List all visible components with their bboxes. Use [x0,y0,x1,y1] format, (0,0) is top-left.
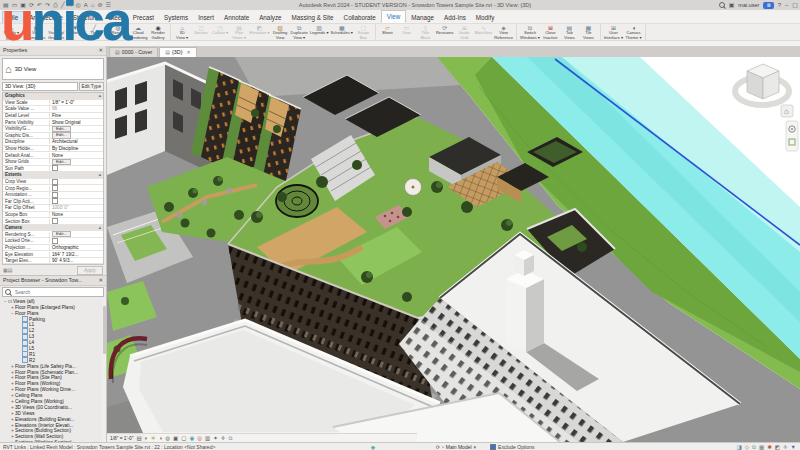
maximize-button[interactable]: ▢ [792,1,798,9]
plan-views-button[interactable]: ▤Plan Views ▾ [230,25,249,40]
help-button[interactable]: ? [778,1,781,9]
ribbon-tab-view[interactable]: View [381,10,407,23]
canvas-theme-button[interactable]: ◑Canvas Theme ▾ [624,25,643,40]
callout-button[interactable]: ◳Callout ▾ [211,25,230,40]
property-value[interactable]: 1000' 0" [50,205,103,210]
ribbon-tab-manage[interactable]: Manage [406,12,439,23]
scrollbar-thumb[interactable] [103,306,106,354]
property-value[interactable]: 164' 7 19/2... [50,252,103,257]
checkbox[interactable] [52,192,58,198]
shadows-icon[interactable]: ◑ [159,435,162,442]
default-3d-view-icon[interactable]: ⌂ [91,1,95,9]
workspaces-badge[interactable]: ≣ [763,2,773,9]
property-section-graphics[interactable]: Graphics▴ [3,93,103,100]
visibility-graphics-button[interactable]: ◉Visibility/ Graphics [47,25,66,40]
matchline-button[interactable]: ∿Matchline [474,25,494,40]
property-value[interactable]: None [50,212,103,217]
print-icon[interactable]: ⎙ [53,1,58,9]
crop-view-icon[interactable]: ▣ [173,435,178,442]
view-templates-button[interactable]: ▣View Templates [26,25,47,40]
account-user[interactable]: mai.user [738,2,759,8]
property-value[interactable]: 1/8" = 1'-0" [50,100,103,105]
apply-button[interactable]: Apply [77,266,103,275]
checkbox[interactable] [52,179,58,185]
reveal-hidden-elements-icon[interactable]: ◎ [197,435,202,442]
minimize-button[interactable]: – [785,1,788,9]
drafting-view-button[interactable]: ▧Drafting View [271,25,290,40]
sheet-button[interactable]: ▱Sheet [378,25,397,40]
edit-button[interactable]: Edit... [52,159,71,165]
property-value[interactable]: Orthographic [50,245,103,250]
legends-button[interactable]: ▥Legends ▾ [309,25,330,40]
text-icon[interactable]: A [84,1,88,9]
aligned-dimension-icon[interactable]: ⇱ [68,1,73,9]
select-by-face-toggle-icon[interactable]: ◩ [775,444,780,450]
property-value[interactable]: Show Original [50,120,103,125]
collapse-icon[interactable]: ▴ [99,225,103,230]
redo-icon[interactable]: ↷ [45,1,50,9]
ribbon-tab-architecture[interactable]: Architecture [24,12,68,23]
project-browser-header[interactable]: Project Browser - Snowdon Tow... ✕ [0,276,106,286]
tag-by-category-icon[interactable]: ◎ [76,1,81,9]
temporary-hide-isolate-icon[interactable]: ◉ [189,435,194,442]
search-input[interactable] [13,289,97,296]
undo-icon[interactable]: ↶ [37,1,42,9]
tile-views-button[interactable]: ▦Tile Views [579,25,598,40]
scope-box-button[interactable]: ▢Scope Box [354,25,373,40]
navigation-bar[interactable] [786,121,798,151]
edit-button[interactable]: Edit... [52,132,71,138]
filters-button[interactable]: ▼Filters [66,25,85,40]
close-inactive-button[interactable]: ⊠Close Inactive [541,25,560,40]
instance-selector-dropdown[interactable]: 3D View: {3D} [2,82,78,91]
background-processes-icon[interactable]: ❖ [370,444,375,450]
render-gallery-button[interactable]: ◉Render Gallery [149,25,168,40]
measure-icon[interactable]: ╱ [61,1,65,9]
switch-windows-button[interactable]: ⧉Switch Windows ▾ [519,25,541,40]
open-icon[interactable]: ▭ [12,1,18,9]
checkbox[interactable] [52,198,58,204]
close-icon[interactable]: ✕ [98,46,103,55]
properties-palette-icon[interactable]: ▦▤ [3,267,12,273]
patio-umbrella[interactable] [405,179,422,196]
property-value[interactable]: Architectural [50,139,103,144]
select-underlay-toggle-icon[interactable]: ▦ [759,444,764,450]
type-selector[interactable]: ⌂ 3D View [2,58,104,80]
detail-level-icon[interactable]: ▤ [136,435,141,442]
ribbon-tab-file[interactable]: File [2,11,24,23]
section-icon[interactable]: ⊘ [97,1,102,9]
ribbon-tab-add-ins[interactable]: Add-Ins [439,12,471,23]
active-design-option[interactable]: Main Model [446,444,472,450]
ribbon-tab-analyze[interactable]: Analyze [254,12,286,23]
properties-header[interactable]: Properties ✕ [0,46,106,56]
view-reference-button[interactable]: ◈View Reference [493,25,514,40]
drawing-area[interactable]: ⌂ [107,57,800,442]
edit-button[interactable]: Edit... [52,126,71,132]
view-button[interactable]: ▭View [397,25,416,40]
tab-views-button[interactable]: ▤Tab Views [560,25,579,40]
property-value[interactable]: 90' 4 9/3... [50,258,103,263]
schedules-button[interactable]: ▦Schedules ▾ [330,25,354,40]
collapse-icon[interactable]: ▴ [99,172,103,177]
title-block-button[interactable]: ▯Title Block [416,25,435,40]
close-icon[interactable]: ✕ [186,48,190,57]
active-workset-icon[interactable]: ⟳ [436,444,440,450]
search-icon[interactable] [719,2,725,8]
ribbon-tab-systems[interactable]: Systems [159,12,193,23]
3d-view-button[interactable]: ⌂3D View ▾ [173,25,192,40]
checkbox[interactable] [52,185,58,191]
modify-button[interactable]: ↖Modify ▾ [2,25,21,36]
thin-lines-button[interactable]: ╱Thin Lines [85,25,104,40]
ribbon-tab-massing-site[interactable]: Massing & Site [287,12,339,23]
select-links-toggle-icon[interactable]: ⧉ [752,444,756,450]
ribbon-tab-modify[interactable]: Modify [471,12,500,23]
worksharing-display-toggle-icon[interactable]: ◨ [737,444,742,450]
checkbox[interactable] [52,218,58,224]
ribbon-tab-insert[interactable]: Insert [193,12,219,23]
duplicate-view-button[interactable]: ⧉Duplicate View ▾ [290,25,309,40]
constraints-icon[interactable]: ✛ [221,435,226,442]
show-crop-region-icon[interactable]: ▢ [181,435,186,442]
checkbox[interactable] [52,238,58,244]
select-pinned-toggle-icon[interactable]: ✱ [767,444,772,450]
chevron-down-icon[interactable]: ▾ [474,444,477,450]
edit-type-button[interactable]: Edit Type [79,82,104,91]
